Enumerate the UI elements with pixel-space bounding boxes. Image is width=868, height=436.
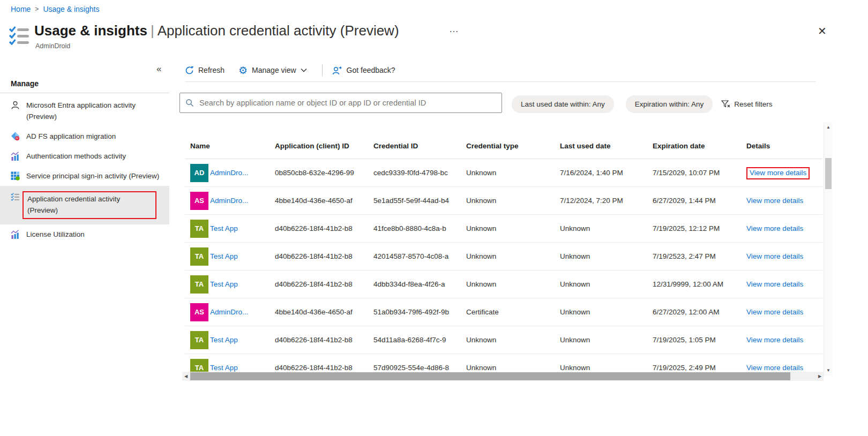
table-row[interactable]: TA Test App d40b6226-18f4-41b2-b8 4dbb33… (185, 270, 822, 298)
credential-id-cell: 42014587-8570-4c08-a (373, 252, 466, 260)
app-name-link[interactable]: AdminDro... (210, 169, 248, 177)
collapse-sidebar-icon[interactable]: « (156, 64, 161, 74)
view-more-details-link[interactable]: View more details (746, 364, 803, 372)
sidebar-item-license-utilization[interactable]: License Utilization (0, 224, 169, 244)
table-row[interactable]: TA Test App d40b6226-18f4-41b2-b8 57d909… (185, 354, 822, 372)
reset-filter-icon (721, 100, 730, 108)
sidebar-divider (0, 93, 169, 93)
credential-type-cell: Unknown (466, 224, 560, 232)
sidebar-section-title: Manage (11, 79, 169, 88)
credential-id-cell: 54d11a8a-6268-4f7c-9 (373, 336, 466, 344)
view-more-details-link[interactable]: View more details (746, 308, 803, 316)
expiration-date-cell: 7/19/2025, 1:05 PM (653, 336, 746, 344)
refresh-icon (185, 66, 194, 75)
credential-type-cell: Unknown (466, 169, 560, 177)
sidebar-item-authentication-methods-activity[interactable]: Authentication methods activity (0, 146, 169, 166)
table-row[interactable]: AS AdminDro... 4bbe140d-436e-4650-af 51a… (185, 298, 822, 326)
more-options-icon[interactable]: … (449, 24, 459, 35)
app-name-link[interactable]: Test App (210, 336, 238, 344)
search-box (179, 93, 502, 113)
scroll-right-icon[interactable]: ▶ (816, 372, 824, 381)
adfs-migration-icon (11, 132, 20, 141)
credential-type-cell: Unknown (466, 252, 560, 260)
reset-filters-button[interactable]: Reset filters (721, 100, 772, 108)
search-input[interactable] (199, 99, 496, 107)
bar-chart-icon (11, 152, 20, 161)
refresh-label: Refresh (198, 66, 225, 74)
table-row[interactable]: TA Test App d40b6226-18f4-41b2-b8 41fce8… (185, 215, 822, 243)
column-header-expiration-date[interactable]: Expiration date (653, 142, 746, 150)
breadcrumb: Home > Usage & insights (11, 5, 99, 13)
sidebar-item-label: License Utilization (26, 229, 85, 240)
page-title-separator: | (147, 22, 158, 39)
feedback-label: Got feedback? (347, 66, 395, 74)
app-name-link[interactable]: Test App (210, 224, 238, 232)
close-icon[interactable]: ✕ (818, 25, 827, 37)
avatar: TA (190, 359, 208, 372)
refresh-button[interactable]: Refresh (185, 66, 225, 75)
last-used-date-cell: Unknown (560, 224, 653, 232)
view-more-details-link[interactable]: View more details (746, 197, 803, 205)
toolbar-separator (322, 64, 323, 76)
application-id-cell: d40b6226-18f4-41b2-b8 (275, 364, 373, 372)
sidebar-item-service-principal-signin[interactable]: Service principal sign-in activity (Prev… (0, 166, 169, 186)
breadcrumb-usage-insights-link[interactable]: Usage & insights (43, 5, 99, 13)
app-name-link[interactable]: Test App (210, 364, 238, 372)
scroll-left-icon[interactable]: ◀ (182, 372, 190, 381)
person-icon (11, 101, 20, 110)
breadcrumb-home-link[interactable]: Home (11, 5, 31, 13)
app-name-link[interactable]: AdminDro... (210, 308, 248, 316)
last-used-date-filter-pill[interactable]: Last used date within: Any (512, 95, 614, 113)
table-body: AD AdminDro... 0b850cb8-632e-4296-99 ced… (185, 159, 822, 372)
annotation-box: View more details (746, 167, 810, 179)
view-more-details-link[interactable]: View more details (750, 169, 806, 177)
avatar: TA (190, 220, 208, 238)
feedback-icon (332, 66, 342, 75)
manage-view-button[interactable]: ⚙ Manage view (238, 66, 307, 75)
sidebar-item-label-annotated: Application credential activity (Preview… (23, 191, 156, 219)
view-more-details-link[interactable]: View more details (746, 224, 803, 232)
sidebar-item-entra-application-activity[interactable]: Microsoft Entra application activity (Pr… (0, 95, 169, 126)
bar-chart-icon (11, 230, 20, 239)
last-used-date-cell: Unknown (560, 252, 653, 260)
table-row[interactable]: AD AdminDro... 0b850cb8-632e-4296-99 ced… (185, 159, 822, 187)
scroll-down-icon[interactable]: ▼ (824, 366, 833, 375)
breadcrumb-separator: > (35, 5, 39, 13)
table-row[interactable]: TA Test App d40b6226-18f4-41b2-b8 54d11a… (185, 326, 822, 354)
avatar: AS (190, 192, 208, 210)
sidebar-item-label: Authentication methods activity (26, 151, 126, 162)
app-name-link[interactable]: Test App (210, 252, 238, 260)
expiration-date-cell: 7/19/2025, 2:49 PM (653, 364, 746, 372)
expiration-date-cell: 7/19/2025, 12:12 PM (653, 224, 746, 232)
column-header-application-id[interactable]: Application (client) ID (275, 142, 373, 150)
column-header-name[interactable]: Name (185, 142, 275, 150)
scroll-up-icon[interactable]: ▲ (824, 123, 833, 132)
sidebar-item-label: Microsoft Entra application activity (Pr… (26, 100, 160, 122)
column-header-details[interactable]: Details (746, 142, 822, 150)
reset-filters-label: Reset filters (734, 100, 772, 108)
vertical-scrollbar-thumb[interactable] (825, 158, 832, 189)
horizontal-scrollbar-thumb[interactable] (190, 372, 790, 380)
sidebar-item-adfs-migration[interactable]: AD FS application migration (0, 126, 169, 146)
sidebar-item-application-credential-activity[interactable]: Application credential activity (Preview… (0, 186, 169, 224)
column-header-credential-id[interactable]: Credential ID (373, 142, 466, 150)
search-icon (185, 99, 194, 107)
column-header-credential-type[interactable]: Credential type (466, 142, 560, 150)
got-feedback-button[interactable]: Got feedback? (332, 66, 395, 75)
table-row[interactable]: AS AdminDro... 4bbe140d-436e-4650-af 5e1… (185, 187, 822, 215)
application-id-cell: d40b6226-18f4-41b2-b8 (275, 336, 373, 344)
horizontal-scrollbar[interactable]: ◀ ▶ (182, 372, 824, 381)
avatar: AS (190, 303, 208, 321)
application-id-cell: 0b850cb8-632e-4296-99 (275, 169, 373, 177)
view-more-details-link[interactable]: View more details (746, 280, 803, 288)
app-name-link[interactable]: AdminDro... (210, 197, 248, 205)
table-row[interactable]: TA Test App d40b6226-18f4-41b2-b8 420145… (185, 243, 822, 270)
expiration-filter-pill[interactable]: Expiration within: Any (626, 95, 713, 113)
app-name-link[interactable]: Test App (210, 280, 238, 288)
view-more-details-link[interactable]: View more details (746, 336, 803, 344)
vertical-scrollbar[interactable]: ▲ ▼ (824, 122, 832, 376)
column-header-last-used-date[interactable]: Last used date (560, 142, 653, 150)
view-more-details-link[interactable]: View more details (746, 252, 803, 260)
credential-id-cell: 57d90925-554e-4d86-8 (373, 364, 466, 372)
credential-id-cell: 4dbb334d-f8ea-4f26-a (373, 280, 466, 288)
